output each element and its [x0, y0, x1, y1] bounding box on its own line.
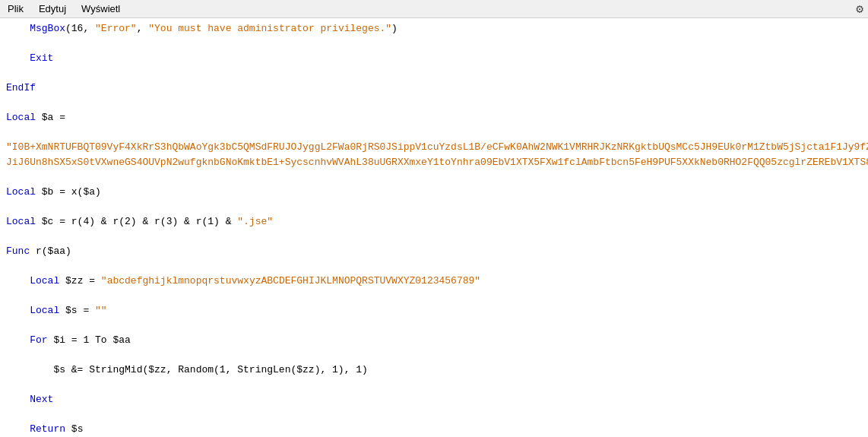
code-line: MsgBox(16, "Error", "You must have admin…	[6, 21, 862, 36]
code-line: Local $a =	[6, 110, 862, 125]
code-line: Local $b = x($a)	[6, 185, 862, 200]
code-line: $s &= StringMid($zz, Random(1, StringLen…	[6, 363, 862, 378]
code-line: Local $s = ""	[6, 303, 862, 318]
gear-icon[interactable]: ⚙	[856, 2, 863, 17]
code-area[interactable]: MsgBox(16, "Error", "You must have admin…	[0, 18, 868, 437]
menu-items: Plik Edytuj Wyświetl	[5, 2, 123, 16]
code-line: For $i = 1 To $aa	[6, 333, 862, 348]
code-line: Local $c = r(4) & r(2) & r(3) & r(1) & "…	[6, 214, 862, 230]
menu-bar: Plik Edytuj Wyświetl ⚙	[0, 0, 868, 18]
menu-edit[interactable]: Edytuj	[36, 2, 69, 16]
code-line: Local $zz = "abcdefghijklmnopqrstuvwxyzA…	[6, 274, 862, 289]
code-line: Func r($aa)	[6, 244, 862, 259]
code-line: Return $s	[6, 422, 862, 437]
menu-file[interactable]: Plik	[5, 2, 27, 16]
code-line: "I0B+XmNRTUFBQT09VyF4XkRrS3hQbWAoYgk3bC5…	[6, 140, 862, 169]
menu-view[interactable]: Wyświetl	[78, 2, 123, 16]
code-line: Next	[6, 392, 862, 407]
code-line: EndIf	[6, 81, 862, 96]
code-line: Exit	[6, 51, 862, 66]
